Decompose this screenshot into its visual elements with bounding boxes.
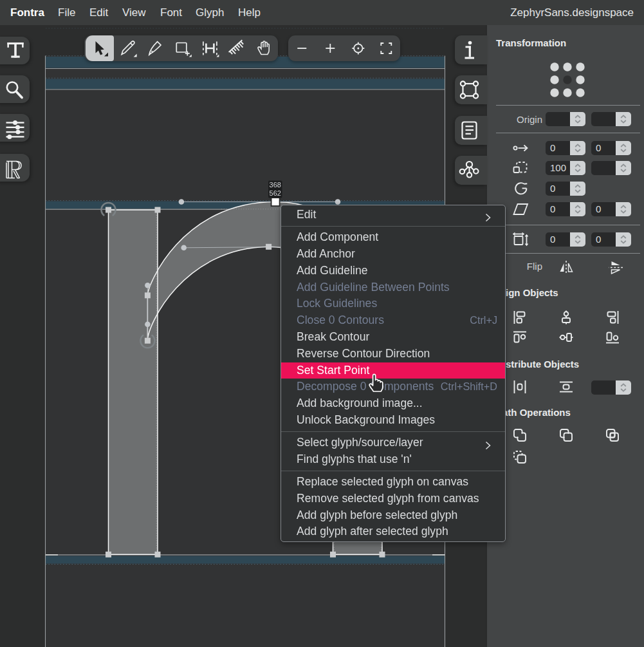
svg-text:562: 562 (270, 189, 281, 197)
svg-text:368: 368 (270, 181, 281, 189)
